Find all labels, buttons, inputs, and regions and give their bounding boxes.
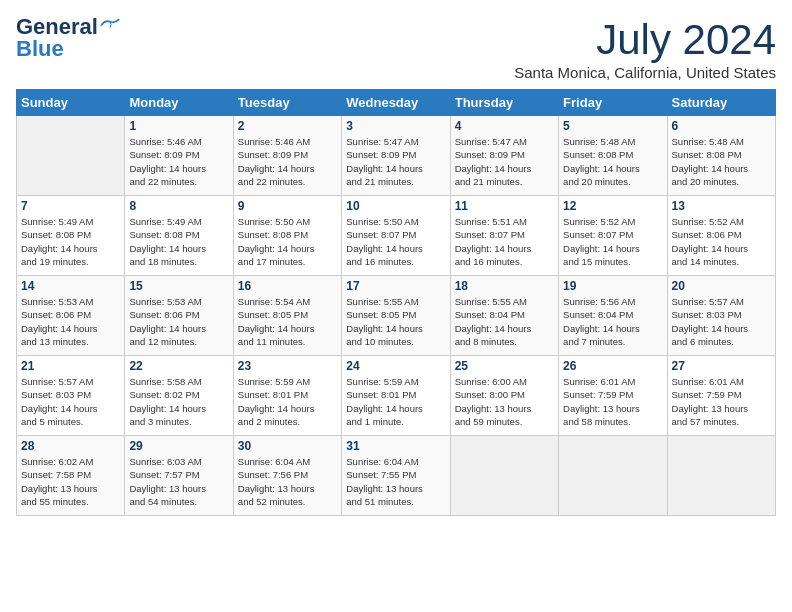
- logo-blue: Blue: [16, 36, 64, 62]
- day-number: 19: [563, 279, 662, 293]
- day-info: Sunrise: 5:53 AM Sunset: 8:06 PM Dayligh…: [129, 295, 228, 348]
- calendar-cell: 31Sunrise: 6:04 AM Sunset: 7:55 PM Dayli…: [342, 436, 450, 516]
- calendar-cell: 19Sunrise: 5:56 AM Sunset: 8:04 PM Dayli…: [559, 276, 667, 356]
- calendar-subtitle: Santa Monica, California, United States: [514, 64, 776, 81]
- calendar-cell: 3Sunrise: 5:47 AM Sunset: 8:09 PM Daylig…: [342, 116, 450, 196]
- calendar-week-row: 21Sunrise: 5:57 AM Sunset: 8:03 PM Dayli…: [17, 356, 776, 436]
- weekday-header-saturday: Saturday: [667, 90, 775, 116]
- day-number: 7: [21, 199, 120, 213]
- calendar-cell: 2Sunrise: 5:46 AM Sunset: 8:09 PM Daylig…: [233, 116, 341, 196]
- calendar-cell: 4Sunrise: 5:47 AM Sunset: 8:09 PM Daylig…: [450, 116, 558, 196]
- day-info: Sunrise: 5:54 AM Sunset: 8:05 PM Dayligh…: [238, 295, 337, 348]
- calendar-cell: 28Sunrise: 6:02 AM Sunset: 7:58 PM Dayli…: [17, 436, 125, 516]
- day-info: Sunrise: 5:53 AM Sunset: 8:06 PM Dayligh…: [21, 295, 120, 348]
- logo-text: General: [16, 16, 98, 38]
- day-number: 26: [563, 359, 662, 373]
- calendar-week-row: 14Sunrise: 5:53 AM Sunset: 8:06 PM Dayli…: [17, 276, 776, 356]
- weekday-header-tuesday: Tuesday: [233, 90, 341, 116]
- day-info: Sunrise: 5:49 AM Sunset: 8:08 PM Dayligh…: [129, 215, 228, 268]
- logo: General Blue: [16, 16, 120, 62]
- day-number: 1: [129, 119, 228, 133]
- weekday-header-friday: Friday: [559, 90, 667, 116]
- calendar-cell: 8Sunrise: 5:49 AM Sunset: 8:08 PM Daylig…: [125, 196, 233, 276]
- calendar-cell: [17, 116, 125, 196]
- calendar-cell: 17Sunrise: 5:55 AM Sunset: 8:05 PM Dayli…: [342, 276, 450, 356]
- day-number: 9: [238, 199, 337, 213]
- day-info: Sunrise: 5:57 AM Sunset: 8:03 PM Dayligh…: [672, 295, 771, 348]
- day-number: 11: [455, 199, 554, 213]
- calendar-cell: 20Sunrise: 5:57 AM Sunset: 8:03 PM Dayli…: [667, 276, 775, 356]
- day-number: 3: [346, 119, 445, 133]
- day-number: 17: [346, 279, 445, 293]
- day-info: Sunrise: 5:46 AM Sunset: 8:09 PM Dayligh…: [129, 135, 228, 188]
- calendar-week-row: 28Sunrise: 6:02 AM Sunset: 7:58 PM Dayli…: [17, 436, 776, 516]
- calendar-cell: 7Sunrise: 5:49 AM Sunset: 8:08 PM Daylig…: [17, 196, 125, 276]
- weekday-header-thursday: Thursday: [450, 90, 558, 116]
- weekday-header-row: SundayMondayTuesdayWednesdayThursdayFrid…: [17, 90, 776, 116]
- day-number: 28: [21, 439, 120, 453]
- day-info: Sunrise: 5:50 AM Sunset: 8:07 PM Dayligh…: [346, 215, 445, 268]
- calendar-cell: 18Sunrise: 5:55 AM Sunset: 8:04 PM Dayli…: [450, 276, 558, 356]
- day-number: 16: [238, 279, 337, 293]
- calendar-cell: 14Sunrise: 5:53 AM Sunset: 8:06 PM Dayli…: [17, 276, 125, 356]
- day-number: 18: [455, 279, 554, 293]
- day-info: Sunrise: 5:48 AM Sunset: 8:08 PM Dayligh…: [563, 135, 662, 188]
- day-number: 27: [672, 359, 771, 373]
- day-number: 21: [21, 359, 120, 373]
- day-number: 20: [672, 279, 771, 293]
- calendar-week-row: 7Sunrise: 5:49 AM Sunset: 8:08 PM Daylig…: [17, 196, 776, 276]
- day-info: Sunrise: 5:59 AM Sunset: 8:01 PM Dayligh…: [346, 375, 445, 428]
- day-number: 24: [346, 359, 445, 373]
- calendar-cell: 21Sunrise: 5:57 AM Sunset: 8:03 PM Dayli…: [17, 356, 125, 436]
- day-number: 12: [563, 199, 662, 213]
- day-info: Sunrise: 5:46 AM Sunset: 8:09 PM Dayligh…: [238, 135, 337, 188]
- calendar-cell: 10Sunrise: 5:50 AM Sunset: 8:07 PM Dayli…: [342, 196, 450, 276]
- calendar-cell: 11Sunrise: 5:51 AM Sunset: 8:07 PM Dayli…: [450, 196, 558, 276]
- calendar-table: SundayMondayTuesdayWednesdayThursdayFrid…: [16, 89, 776, 516]
- weekday-header-wednesday: Wednesday: [342, 90, 450, 116]
- day-info: Sunrise: 5:52 AM Sunset: 8:06 PM Dayligh…: [672, 215, 771, 268]
- day-info: Sunrise: 5:59 AM Sunset: 8:01 PM Dayligh…: [238, 375, 337, 428]
- weekday-header-sunday: Sunday: [17, 90, 125, 116]
- calendar-cell: 6Sunrise: 5:48 AM Sunset: 8:08 PM Daylig…: [667, 116, 775, 196]
- day-number: 30: [238, 439, 337, 453]
- calendar-cell: 27Sunrise: 6:01 AM Sunset: 7:59 PM Dayli…: [667, 356, 775, 436]
- logo-bird-icon: [100, 18, 120, 32]
- calendar-week-row: 1Sunrise: 5:46 AM Sunset: 8:09 PM Daylig…: [17, 116, 776, 196]
- day-info: Sunrise: 5:57 AM Sunset: 8:03 PM Dayligh…: [21, 375, 120, 428]
- calendar-cell: 23Sunrise: 5:59 AM Sunset: 8:01 PM Dayli…: [233, 356, 341, 436]
- calendar-cell: [450, 436, 558, 516]
- calendar-cell: 24Sunrise: 5:59 AM Sunset: 8:01 PM Dayli…: [342, 356, 450, 436]
- calendar-cell: 12Sunrise: 5:52 AM Sunset: 8:07 PM Dayli…: [559, 196, 667, 276]
- day-info: Sunrise: 5:49 AM Sunset: 8:08 PM Dayligh…: [21, 215, 120, 268]
- day-number: 8: [129, 199, 228, 213]
- day-number: 23: [238, 359, 337, 373]
- day-info: Sunrise: 5:55 AM Sunset: 8:04 PM Dayligh…: [455, 295, 554, 348]
- day-info: Sunrise: 6:04 AM Sunset: 7:56 PM Dayligh…: [238, 455, 337, 508]
- day-info: Sunrise: 6:00 AM Sunset: 8:00 PM Dayligh…: [455, 375, 554, 428]
- day-info: Sunrise: 5:50 AM Sunset: 8:08 PM Dayligh…: [238, 215, 337, 268]
- day-number: 22: [129, 359, 228, 373]
- calendar-cell: 16Sunrise: 5:54 AM Sunset: 8:05 PM Dayli…: [233, 276, 341, 356]
- day-number: 29: [129, 439, 228, 453]
- calendar-cell: 1Sunrise: 5:46 AM Sunset: 8:09 PM Daylig…: [125, 116, 233, 196]
- calendar-cell: 26Sunrise: 6:01 AM Sunset: 7:59 PM Dayli…: [559, 356, 667, 436]
- header: General Blue July 2024 Santa Monica, Cal…: [16, 16, 776, 81]
- calendar-cell: [667, 436, 775, 516]
- day-number: 14: [21, 279, 120, 293]
- calendar-cell: 30Sunrise: 6:04 AM Sunset: 7:56 PM Dayli…: [233, 436, 341, 516]
- day-number: 13: [672, 199, 771, 213]
- day-info: Sunrise: 6:02 AM Sunset: 7:58 PM Dayligh…: [21, 455, 120, 508]
- day-number: 2: [238, 119, 337, 133]
- day-number: 5: [563, 119, 662, 133]
- day-info: Sunrise: 5:47 AM Sunset: 8:09 PM Dayligh…: [455, 135, 554, 188]
- calendar-title: July 2024: [514, 16, 776, 64]
- calendar-cell: [559, 436, 667, 516]
- day-info: Sunrise: 6:01 AM Sunset: 7:59 PM Dayligh…: [672, 375, 771, 428]
- day-info: Sunrise: 5:51 AM Sunset: 8:07 PM Dayligh…: [455, 215, 554, 268]
- day-info: Sunrise: 6:01 AM Sunset: 7:59 PM Dayligh…: [563, 375, 662, 428]
- day-number: 15: [129, 279, 228, 293]
- day-info: Sunrise: 5:56 AM Sunset: 8:04 PM Dayligh…: [563, 295, 662, 348]
- day-info: Sunrise: 6:03 AM Sunset: 7:57 PM Dayligh…: [129, 455, 228, 508]
- calendar-cell: 29Sunrise: 6:03 AM Sunset: 7:57 PM Dayli…: [125, 436, 233, 516]
